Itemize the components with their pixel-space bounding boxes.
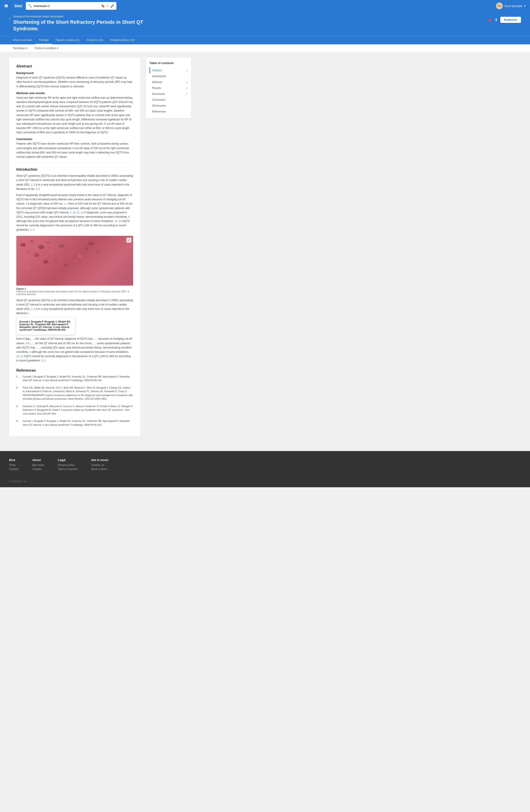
conclusion-heading: Conclusion	[16, 137, 133, 141]
avatar: KS	[496, 2, 503, 9]
email-icon[interactable]: ✉	[106, 4, 109, 8]
share-button[interactable]: ⬆	[495, 18, 498, 22]
footer-link-book-demo[interactable]: Book a demo	[91, 467, 109, 471]
toc-item-references[interactable]: References	[150, 108, 187, 115]
top-navigation: b z bioz bioz 🔍 🔖 ✉ 🎤 KS Knut Synstad ▾	[0, 0, 530, 12]
ref-num-2[interactable]: 2	[16, 386, 20, 401]
footer-link-careers-brand[interactable]: Careers	[9, 467, 19, 471]
publisher-button[interactable]: Publisher	[500, 17, 521, 23]
footer-about-title: About	[32, 458, 44, 462]
expand-image-button[interactable]: ⤢	[126, 237, 131, 243]
ref-link-4b[interactable]: 4	[128, 215, 129, 218]
ref-link-6[interactable]: 6	[26, 202, 27, 205]
journal-name: Journal of the American Heart Associatio…	[13, 15, 144, 18]
bookmark-button[interactable]: 🔖	[487, 18, 492, 22]
footer: Bioz Team Careers About Bioz stars Caree…	[0, 451, 530, 487]
svg-text:bioz: bioz	[7, 4, 9, 5]
toc-item-results[interactable]: Results 1	[150, 85, 187, 91]
toc-item-conclusion[interactable]: Conclusion	[150, 97, 187, 103]
intro-paragraph-1: Short QT syndrome (SQTS) is an inherited…	[16, 174, 133, 191]
ref-link-13-14[interactable]: 13, 14	[115, 220, 122, 222]
intro-paragraph-2: Even if apparently straightforward becau…	[16, 193, 133, 232]
table-of-contents: Table of contents Abstract 1 Introductio…	[146, 58, 191, 118]
ref-link-2-3[interactable]: 2, 3	[31, 183, 35, 186]
footer-link-bioz-stars[interactable]: Bioz stars	[32, 463, 44, 467]
ref-link-2-3d[interactable]: 2, 3	[41, 359, 45, 362]
footer-contact-col: Get in touch Contact us Book a demo	[91, 458, 109, 472]
footer-link-contact-us[interactable]: Contact us	[91, 463, 109, 467]
ref-link-4-12[interactable]: 4, 10, 11, 12	[70, 211, 84, 214]
background-text: Diagnosis of short QT syndrome (SQTS) re…	[16, 76, 133, 89]
sidebar: Table of contents Abstract 1 Introductio…	[146, 58, 191, 437]
logo[interactable]: b z bioz bioz	[4, 4, 22, 9]
intro-paragraph-4: Even if app... ...the value of QT interv…	[16, 337, 133, 363]
footer-link-team[interactable]: Team	[9, 463, 19, 467]
search-input[interactable]	[34, 4, 99, 8]
ref-link-13-14b[interactable]: 13, 14	[16, 355, 23, 358]
footer-link-careers-about[interactable]: Careers	[32, 467, 44, 471]
mic-icon[interactable]: 🎤	[110, 4, 114, 8]
article-header: ‹ Journal of the American Heart Associat…	[0, 12, 530, 36]
tab-figures-tables[interactable]: Figures & tables (3)	[52, 36, 83, 44]
article-title: Shortening of the Short Refractory Perio…	[13, 19, 144, 32]
ref-text-2: Priori SG, Wilde AA, Horie M, Cho Y, Beh…	[23, 386, 133, 401]
toc-item-methods[interactable]: Methods 2	[150, 79, 187, 85]
footer-legal-title: Legal	[58, 458, 78, 462]
back-button[interactable]: ‹	[9, 16, 11, 20]
histology-image	[16, 236, 133, 286]
subtab-protocol-condition[interactable]: Protocol condition ▾	[31, 44, 62, 52]
toc-item-disclosures[interactable]: Disclosures	[150, 103, 187, 108]
introduction-title: Introduction	[16, 168, 133, 172]
reference-1: 1 Gussak I, Brugada P, Brugada J, Wright…	[16, 375, 133, 382]
article-body: Abstract Background Diagnosis of short Q…	[9, 58, 140, 437]
abstract-title: Abstract	[16, 64, 133, 69]
article-meta: Journal of the American Heart Associatio…	[13, 15, 144, 32]
ref-num-1[interactable]: 1	[16, 375, 20, 382]
ref-link-2-3b[interactable]: 2, 3	[30, 228, 34, 231]
user-chevron[interactable]: ▾	[524, 4, 526, 8]
search-bar[interactable]: 🔍 🔖 ✉ 🎤	[26, 2, 116, 10]
toc-item-discussion[interactable]: Discussion 1	[150, 91, 187, 97]
subtab-technique[interactable]: Technique ▾	[9, 44, 31, 52]
footer-link-terms[interactable]: Terms of service	[58, 467, 78, 471]
footer-columns: Bioz Team Careers About Bioz stars Caree…	[9, 458, 521, 472]
svg-text:z: z	[6, 5, 7, 7]
reference-2: 2 Priori SG, Wilde AA, Horie M, Cho Y, B…	[16, 386, 133, 401]
bookmark-search-icon[interactable]: 🔖	[101, 4, 105, 8]
footer-link-privacy[interactable]: Privacy policy	[58, 463, 78, 467]
search-icon: 🔍	[28, 4, 32, 8]
references-section: References 1 Gussak I, Brugada P, Brugad…	[16, 368, 133, 427]
ref-link-1-7[interactable]: 1, 7	[64, 202, 68, 205]
tab-products[interactable]: Products (13)	[83, 36, 107, 44]
reference-3: 3 Giustetto C, Schimpf R, Mazzanti A, Sc…	[16, 404, 133, 416]
footer-about-col: About Bioz stars Careers	[32, 458, 44, 472]
chevron-icon: ▾	[57, 47, 58, 50]
article-tabs: Article overview Full text Figures & tab…	[0, 36, 530, 44]
tab-full-text[interactable]: Full text	[35, 36, 52, 44]
ref-num-4[interactable]: 4	[16, 419, 20, 426]
article-figure-image: ⤢	[16, 236, 133, 286]
sub-tabs: Technique ▾ Protocol condition ▾	[0, 44, 530, 52]
tab-article-overview[interactable]: Article overview	[9, 36, 35, 44]
toc-title: Table of contents	[150, 61, 187, 65]
tab-related-articles[interactable]: Related articles (13)	[107, 36, 138, 44]
ref-num-3[interactable]: 3	[16, 404, 20, 416]
ref-link-6b[interactable]: 6	[26, 342, 27, 345]
intro-paragraph-3: Short QT syndrome (SQTS) is an inherited…	[16, 298, 133, 316]
footer-legal-col: Legal Privacy policy Terms of service	[58, 458, 78, 472]
footer-brand-col: Bioz Team Careers	[9, 458, 19, 472]
ref-link-2-3c[interactable]: 2, 3	[31, 307, 35, 310]
figure-caption-text: Protocol of programmed ventricular stimu…	[16, 290, 129, 295]
ref-link-4c[interactable]: 4	[29, 350, 31, 353]
references-title: References	[16, 368, 133, 373]
figure-label: Figure 1	[16, 287, 26, 290]
ref-text-1: Gussak I, Brugada P, Brugada J, Wright R…	[23, 375, 133, 382]
methods-text: Atrial and right ventricular RP at the a…	[16, 96, 133, 135]
toc-item-introduction[interactable]: Introduction	[150, 73, 187, 79]
user-area: KS Knut Synstad ▾	[496, 2, 526, 9]
logo-label: bioz	[14, 4, 22, 9]
ref-link-4-5[interactable]: 4, 5	[36, 188, 40, 190]
toc-item-abstract[interactable]: Abstract 1	[150, 68, 187, 73]
background-heading: Background	[16, 71, 133, 75]
reference-4: 4 Gussak I, Brugada P, Brugada J, Wright…	[16, 419, 133, 426]
